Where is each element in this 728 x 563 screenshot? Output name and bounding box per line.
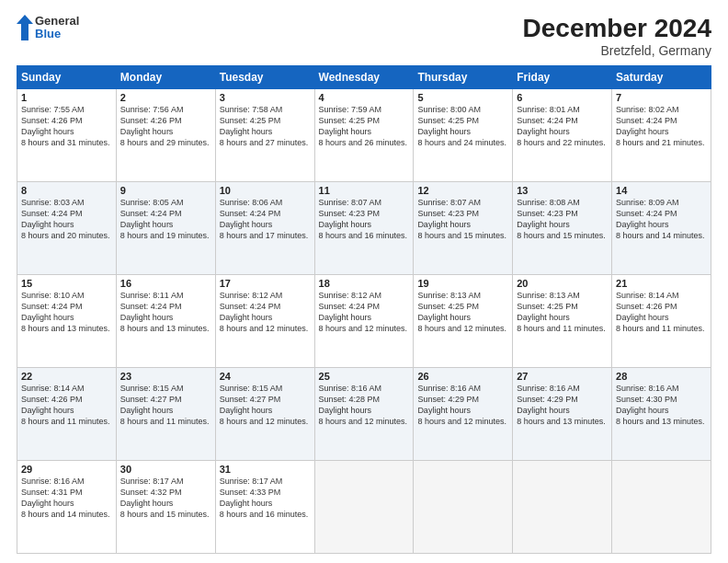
calendar-cell: 12Sunrise: 8:07 AMSunset: 4:23 PMDayligh…: [414, 181, 513, 274]
week-row-2: 8Sunrise: 8:03 AMSunset: 4:24 PMDaylight…: [17, 181, 711, 274]
logo-icon: [17, 15, 33, 40]
day-header-friday: Friday: [513, 65, 612, 88]
day-number: 23: [120, 371, 211, 382]
week-row-3: 15Sunrise: 8:10 AMSunset: 4:24 PMDayligh…: [17, 274, 711, 367]
calendar-cell: 17Sunrise: 8:12 AMSunset: 4:24 PMDayligh…: [215, 274, 314, 367]
day-info: Sunrise: 8:01 AMSunset: 4:24 PMDaylight …: [517, 104, 608, 149]
day-info: Sunrise: 7:59 AMSunset: 4:25 PMDaylight …: [319, 104, 410, 149]
calendar-cell: 21Sunrise: 8:14 AMSunset: 4:26 PMDayligh…: [612, 274, 711, 367]
day-header-tuesday: Tuesday: [215, 65, 314, 88]
day-info: Sunrise: 8:09 AMSunset: 4:24 PMDaylight …: [616, 197, 707, 242]
calendar-cell: 29Sunrise: 8:16 AMSunset: 4:31 PMDayligh…: [17, 460, 117, 553]
day-header-thursday: Thursday: [414, 65, 513, 88]
header-row: SundayMondayTuesdayWednesdayThursdayFrid…: [17, 65, 711, 88]
calendar-cell: 13Sunrise: 8:08 AMSunset: 4:23 PMDayligh…: [513, 181, 612, 274]
calendar-cell: 10Sunrise: 8:06 AMSunset: 4:24 PMDayligh…: [215, 181, 314, 274]
day-number: 1: [21, 92, 112, 103]
day-info: Sunrise: 8:07 AMSunset: 4:23 PMDaylight …: [417, 197, 508, 242]
week-row-4: 22Sunrise: 8:14 AMSunset: 4:26 PMDayligh…: [17, 367, 711, 460]
calendar-cell: 23Sunrise: 8:15 AMSunset: 4:27 PMDayligh…: [116, 367, 215, 460]
calendar-cell: 20Sunrise: 8:13 AMSunset: 4:25 PMDayligh…: [513, 274, 612, 367]
day-number: 30: [120, 464, 211, 475]
calendar-cell: 19Sunrise: 8:13 AMSunset: 4:25 PMDayligh…: [414, 274, 513, 367]
day-info: Sunrise: 8:14 AMSunset: 4:26 PMDaylight …: [616, 290, 707, 335]
day-number: 18: [319, 278, 410, 289]
day-header-saturday: Saturday: [612, 65, 711, 88]
calendar-cell: 26Sunrise: 8:16 AMSunset: 4:29 PMDayligh…: [414, 367, 513, 460]
calendar-cell: [414, 460, 513, 553]
day-info: Sunrise: 8:12 AMSunset: 4:24 PMDaylight …: [319, 290, 410, 335]
day-number: 14: [616, 185, 707, 196]
calendar-cell: 22Sunrise: 8:14 AMSunset: 4:26 PMDayligh…: [17, 367, 117, 460]
calendar-cell: 18Sunrise: 8:12 AMSunset: 4:24 PMDayligh…: [314, 274, 414, 367]
calendar-cell: 25Sunrise: 8:16 AMSunset: 4:28 PMDayligh…: [314, 367, 414, 460]
calendar-cell: 6Sunrise: 8:01 AMSunset: 4:24 PMDaylight…: [513, 88, 612, 181]
day-info: Sunrise: 8:16 AMSunset: 4:31 PMDaylight …: [21, 476, 112, 521]
calendar-cell: 1Sunrise: 7:55 AMSunset: 4:26 PMDaylight…: [17, 88, 117, 181]
week-row-1: 1Sunrise: 7:55 AMSunset: 4:26 PMDaylight…: [17, 88, 711, 181]
calendar-cell: [612, 460, 711, 553]
logo-blue: Blue: [35, 28, 79, 40]
calendar-cell: 9Sunrise: 8:05 AMSunset: 4:24 PMDaylight…: [116, 181, 215, 274]
day-info: Sunrise: 8:16 AMSunset: 4:29 PMDaylight …: [517, 383, 608, 428]
calendar-cell: 5Sunrise: 8:00 AMSunset: 4:25 PMDaylight…: [414, 88, 513, 181]
day-number: 16: [120, 278, 211, 289]
day-number: 26: [417, 371, 508, 382]
day-info: Sunrise: 8:17 AMSunset: 4:33 PMDaylight …: [220, 476, 311, 521]
day-number: 29: [21, 464, 112, 475]
day-number: 25: [319, 371, 410, 382]
day-header-sunday: Sunday: [17, 65, 117, 88]
calendar-title: December 2024: [523, 15, 711, 43]
day-info: Sunrise: 8:03 AMSunset: 4:24 PMDaylight …: [21, 197, 112, 242]
day-number: 10: [220, 185, 311, 196]
day-info: Sunrise: 8:15 AMSunset: 4:27 PMDaylight …: [220, 383, 311, 428]
day-info: Sunrise: 8:13 AMSunset: 4:25 PMDaylight …: [417, 290, 508, 335]
calendar-cell: 14Sunrise: 8:09 AMSunset: 4:24 PMDayligh…: [612, 181, 711, 274]
logo: General Blue: [17, 15, 79, 41]
calendar-cell: 15Sunrise: 8:10 AMSunset: 4:24 PMDayligh…: [17, 274, 117, 367]
day-number: 19: [417, 278, 508, 289]
day-info: Sunrise: 8:08 AMSunset: 4:23 PMDaylight …: [517, 197, 608, 242]
calendar-cell: 3Sunrise: 7:58 AMSunset: 4:25 PMDaylight…: [215, 88, 314, 181]
calendar-cell: 8Sunrise: 8:03 AMSunset: 4:24 PMDaylight…: [17, 181, 117, 274]
day-info: Sunrise: 7:56 AMSunset: 4:26 PMDaylight …: [120, 104, 211, 149]
day-number: 4: [319, 92, 410, 103]
day-info: Sunrise: 8:00 AMSunset: 4:25 PMDaylight …: [417, 104, 508, 149]
calendar-table: SundayMondayTuesdayWednesdayThursdayFrid…: [17, 65, 711, 554]
day-number: 6: [517, 92, 608, 103]
day-info: Sunrise: 8:07 AMSunset: 4:23 PMDaylight …: [319, 197, 410, 242]
svg-marker-0: [17, 15, 33, 40]
day-number: 13: [517, 185, 608, 196]
day-info: Sunrise: 8:15 AMSunset: 4:27 PMDaylight …: [120, 383, 211, 428]
day-info: Sunrise: 8:12 AMSunset: 4:24 PMDaylight …: [220, 290, 311, 335]
logo-general: General: [35, 15, 79, 28]
day-number: 9: [120, 185, 211, 196]
day-info: Sunrise: 8:13 AMSunset: 4:25 PMDaylight …: [517, 290, 608, 335]
day-number: 22: [21, 371, 112, 382]
calendar-subtitle: Bretzfeld, Germany: [523, 43, 711, 58]
day-number: 27: [517, 371, 608, 382]
day-number: 21: [616, 278, 707, 289]
calendar-cell: 4Sunrise: 7:59 AMSunset: 4:25 PMDaylight…: [314, 88, 414, 181]
header: General Blue December 2024 Bretzfeld, Ge…: [17, 15, 711, 58]
day-number: 11: [319, 185, 410, 196]
day-number: 15: [21, 278, 112, 289]
day-number: 31: [220, 464, 311, 475]
day-info: Sunrise: 8:16 AMSunset: 4:30 PMDaylight …: [616, 383, 707, 428]
day-info: Sunrise: 7:55 AMSunset: 4:26 PMDaylight …: [21, 104, 112, 149]
day-number: 28: [616, 371, 707, 382]
week-row-5: 29Sunrise: 8:16 AMSunset: 4:31 PMDayligh…: [17, 460, 711, 553]
day-number: 2: [120, 92, 211, 103]
calendar-cell: 31Sunrise: 8:17 AMSunset: 4:33 PMDayligh…: [215, 460, 314, 553]
calendar-cell: 2Sunrise: 7:56 AMSunset: 4:26 PMDaylight…: [116, 88, 215, 181]
calendar-cell: 27Sunrise: 8:16 AMSunset: 4:29 PMDayligh…: [513, 367, 612, 460]
calendar-cell: 30Sunrise: 8:17 AMSunset: 4:32 PMDayligh…: [116, 460, 215, 553]
calendar-cell: 28Sunrise: 8:16 AMSunset: 4:30 PMDayligh…: [612, 367, 711, 460]
day-number: 5: [417, 92, 508, 103]
day-number: 7: [616, 92, 707, 103]
day-number: 12: [417, 185, 508, 196]
day-header-wednesday: Wednesday: [314, 65, 414, 88]
logo-text: General Blue: [35, 15, 79, 41]
day-number: 17: [220, 278, 311, 289]
calendar-cell: 16Sunrise: 8:11 AMSunset: 4:24 PMDayligh…: [116, 274, 215, 367]
